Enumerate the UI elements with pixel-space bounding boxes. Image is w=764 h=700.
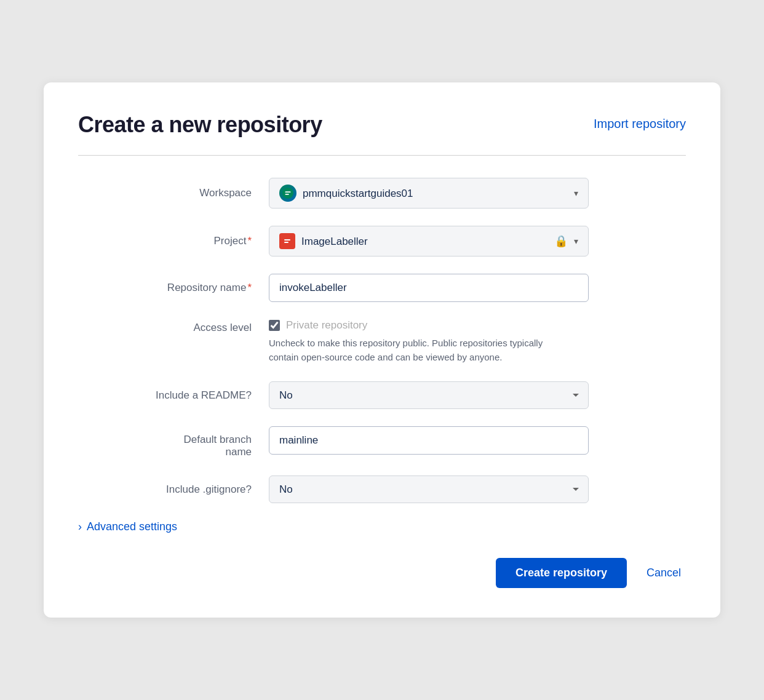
cancel-button[interactable]: Cancel [642,558,686,588]
branch-name-input-wrap [269,426,589,455]
advanced-settings-row: › Advanced settings [78,520,686,533]
access-level-wrap: Private repository Uncheck to make this … [269,319,589,364]
project-row: Project* ImageLabeller 🔒 ▾ [78,226,686,257]
readme-label: Include a README? [78,389,269,402]
svg-rect-4 [284,239,290,241]
workspace-select-wrap: pmmquickstartguides01 ▾ [269,178,589,209]
lock-icon: 🔒 [554,234,568,248]
branch-name-input[interactable] [269,426,589,455]
project-select-input[interactable]: ImageLabeller [301,236,554,247]
repo-name-input[interactable] [269,274,589,302]
svg-rect-1 [285,191,291,193]
project-label: Project* [78,235,269,247]
access-description-text: Uncheck to make this repository public. … [269,336,552,364]
private-repository-label: Private repository [286,319,367,332]
gitignore-row: Include .gitignore? No Yes [78,475,686,503]
import-repository-link[interactable]: Import repository [594,112,686,131]
repo-name-input-wrap [269,274,589,302]
branch-name-label: Default branch name [78,426,269,458]
workspace-select-input[interactable]: pmmquickstartguides01 [303,188,574,199]
advanced-settings-chevron-icon: › [78,520,82,533]
dialog-footer: Create repository Cancel [78,558,686,588]
svg-rect-5 [284,242,288,243]
svg-rect-2 [285,194,289,195]
project-dropdown[interactable]: ImageLabeller 🔒 ▾ [269,226,589,257]
readme-select-wrap: No Yes [269,381,589,409]
page-title: Create a new repository [78,112,322,138]
svg-rect-3 [282,236,292,246]
gitignore-select-wrap: No Yes [269,475,589,503]
repo-name-row: Repository name* [78,274,686,302]
access-checkbox-row: Private repository [269,319,367,332]
workspace-icon [279,185,296,202]
gitignore-select[interactable]: No Yes [269,475,589,503]
header-divider [78,155,686,156]
svg-point-0 [282,188,293,199]
dialog-header: Create a new repository Import repositor… [78,112,686,138]
project-select-wrap: ImageLabeller 🔒 ▾ [269,226,589,257]
project-icon [279,233,295,249]
create-repository-dialog: Create a new repository Import repositor… [44,82,720,618]
access-level-row: Access level Private repository Uncheck … [78,319,686,364]
access-level-label: Access level [78,319,269,334]
advanced-settings-button[interactable]: › Advanced settings [78,520,177,533]
workspace-dropdown[interactable]: pmmquickstartguides01 ▾ [269,178,589,209]
create-repository-button[interactable]: Create repository [496,558,627,588]
branch-name-row: Default branch name [78,426,686,458]
project-chevron-icon: ▾ [574,236,578,246]
private-repository-checkbox[interactable] [269,320,280,331]
repo-name-label: Repository name* [78,282,269,294]
workspace-label: Workspace [78,187,269,199]
readme-select[interactable]: No Yes [269,381,589,409]
workspace-row: Workspace pmmquickstartguides01 ▾ [78,178,686,209]
workspace-chevron-icon: ▾ [574,188,578,198]
readme-row: Include a README? No Yes [78,381,686,409]
gitignore-label: Include .gitignore? [78,483,269,496]
